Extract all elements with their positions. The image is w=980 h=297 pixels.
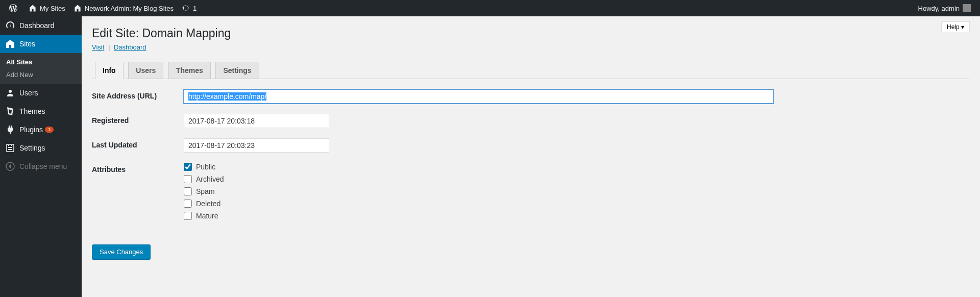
sidebar-dashboard-label: Dashboard [19, 21, 55, 30]
updated-label: Last Updated [92, 138, 184, 149]
sidebar-plugins-label: Plugins [19, 126, 43, 134]
mature-checkbox[interactable] [184, 212, 192, 220]
sidebar-sites-submenu: All Sites Add New [0, 53, 82, 84]
sidebar-plugins[interactable]: Plugins 1 [0, 120, 82, 139]
registered-input[interactable] [184, 114, 329, 128]
network-admin-label: Network Admin: My Blog Sites [85, 5, 174, 12]
avatar [963, 4, 971, 12]
form-table: Site Address (URL) Registered Last Updat… [92, 89, 970, 224]
dashboard-link[interactable]: Dashboard [114, 43, 146, 51]
tab-themes[interactable]: Themes [168, 62, 211, 79]
my-sites-label: My Sites [40, 5, 65, 12]
deleted-checkbox[interactable] [184, 200, 192, 208]
sidebar-settings[interactable]: Settings [0, 139, 82, 157]
update-icon [182, 4, 190, 12]
help-button[interactable]: Help ▾ [941, 21, 970, 32]
main-content: Edit Site: Domain Mapping Help ▾ Visit |… [82, 16, 980, 269]
help-label: Help [947, 23, 960, 31]
sidebar-dashboard[interactable]: Dashboard [0, 16, 82, 35]
public-label: Public [196, 163, 215, 171]
sidebar-sites-label: Sites [19, 40, 35, 48]
page-title: Edit Site: Domain Mapping [92, 21, 941, 43]
subnav-sep: | [108, 43, 110, 51]
spam-label: Spam [196, 187, 215, 195]
plugins-badge: 1 [45, 127, 54, 133]
subnav: Visit | Dashboard [92, 43, 970, 51]
wp-logo[interactable] [5, 0, 24, 16]
sidebar-collapse-label: Collapse menu [19, 162, 67, 170]
users-icon [5, 88, 15, 98]
deleted-label: Deleted [196, 200, 220, 208]
updated-input[interactable] [184, 138, 329, 153]
admin-sidebar: Dashboard Sites All Sites Add New Users … [0, 16, 82, 269]
my-sites-item[interactable]: My Sites [24, 0, 69, 16]
save-button[interactable]: Save Changes [92, 244, 151, 259]
archived-checkbox[interactable] [184, 175, 192, 183]
sidebar-collapse[interactable]: Collapse menu [0, 157, 82, 176]
spam-checkbox[interactable] [184, 187, 192, 195]
sidebar-addnew[interactable]: Add New [0, 68, 82, 81]
plugins-icon [5, 125, 15, 135]
wordpress-icon [9, 4, 17, 12]
dashboard-icon [5, 20, 15, 31]
updates-count: 1 [193, 5, 197, 12]
collapse-icon [5, 161, 15, 171]
admin-bar-right: Howdy, admin [914, 0, 975, 16]
sidebar-sites[interactable]: Sites [0, 35, 82, 53]
themes-icon [5, 106, 15, 116]
tab-settings[interactable]: Settings [215, 62, 259, 79]
sidebar-users-label: Users [19, 89, 38, 97]
sidebar-settings-label: Settings [19, 144, 45, 152]
sidebar-themes[interactable]: Themes [0, 102, 82, 120]
tab-users[interactable]: Users [128, 62, 163, 79]
howdy-item[interactable]: Howdy, admin [914, 0, 975, 16]
sidebar-allsites[interactable]: All Sites [0, 56, 82, 68]
attributes-label: Attributes [92, 163, 184, 174]
updates-item[interactable]: 1 [178, 0, 201, 16]
howdy-label: Howdy, admin [918, 5, 960, 12]
settings-icon [5, 143, 15, 153]
url-input[interactable] [184, 89, 773, 104]
home-icon [29, 4, 37, 12]
network-admin-item[interactable]: Network Admin: My Blog Sites [69, 0, 178, 16]
tab-nav: Info Users Themes Settings [92, 59, 970, 79]
admin-bar: My Sites Network Admin: My Blog Sites 1 … [0, 0, 980, 16]
mature-label: Mature [196, 212, 218, 220]
sidebar-users[interactable]: Users [0, 84, 82, 102]
public-checkbox[interactable] [184, 163, 192, 171]
visit-link[interactable]: Visit [92, 43, 104, 51]
url-label: Site Address (URL) [92, 89, 184, 100]
archived-label: Archived [196, 175, 224, 183]
sidebar-themes-label: Themes [19, 107, 45, 115]
home-icon [74, 4, 82, 12]
admin-bar-left: My Sites Network Admin: My Blog Sites 1 [5, 0, 914, 16]
sites-icon [5, 39, 15, 49]
registered-label: Registered [92, 114, 184, 125]
tab-info[interactable]: Info [95, 62, 124, 79]
